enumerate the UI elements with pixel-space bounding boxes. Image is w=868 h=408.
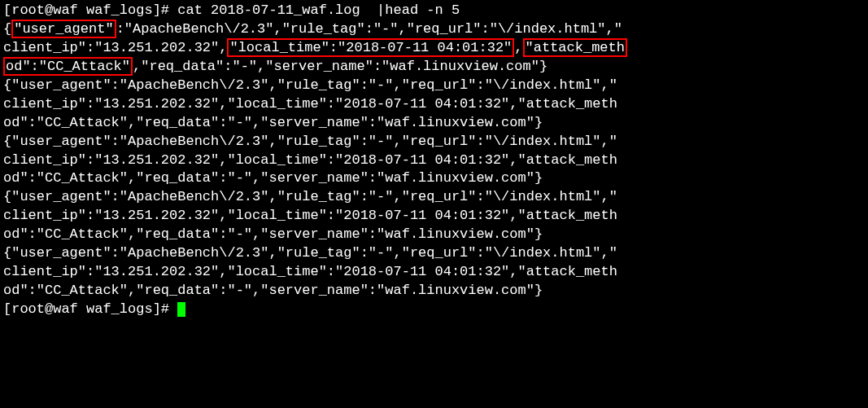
terminal-output[interactable]: [root@waf waf_logs]# cat 2018-07-11_waf.… (0, 0, 868, 321)
log-line: {"user_agent":"ApacheBench\/2.3","rule_t… (3, 244, 865, 263)
highlight-attack-method-part2: od":"CC_Attack" (3, 57, 133, 76)
log-line: client_ip":"13.251.202.32","local_time":… (3, 151, 865, 170)
command-text: cat 2018-07-11_waf.log |head -n 5 (177, 2, 460, 18)
log-line: od":"CC_Attack","req_data":"-","server_n… (3, 226, 865, 244)
shell-prompt: [root@waf waf_logs]# (3, 2, 177, 18)
log-line: client_ip":"13.251.202.32","local_time":… (3, 263, 865, 282)
log-line: ,"req_data":"-","server_name":"waf.linux… (133, 59, 547, 74)
highlight-user-agent: "user_agent" (11, 20, 116, 38)
log-line: { (3, 21, 11, 37)
log-line: client_ip":"13.251.202.32", (3, 40, 227, 55)
log-line: od":"CC_Attack","req_data":"-","server_n… (3, 282, 865, 301)
highlight-local-time: "local_time":"2018-07-11 04:01:32" (227, 38, 514, 57)
log-line: , (514, 40, 522, 55)
shell-prompt: [root@waf waf_logs]# (3, 301, 177, 317)
log-line: {"user_agent":"ApacheBench\/2.3","rule_t… (3, 188, 865, 207)
log-line: client_ip":"13.251.202.32","local_time":… (3, 207, 865, 226)
log-line: {"user_agent":"ApacheBench\/2.3","rule_t… (3, 77, 865, 95)
log-line: {"user_agent":"ApacheBench\/2.3","rule_t… (3, 133, 865, 151)
log-line: client_ip":"13.251.202.32","local_time":… (3, 95, 865, 114)
highlight-attack-method-part1: "attack_meth (523, 38, 627, 57)
log-line: od":"CC_Attack","req_data":"-","server_n… (3, 169, 865, 188)
cursor-icon (177, 302, 185, 317)
log-line: od":"CC_Attack","req_data":"-","server_n… (3, 114, 865, 133)
log-line: :"ApacheBench\/2.3","rule_tag":"-","req_… (116, 21, 622, 37)
